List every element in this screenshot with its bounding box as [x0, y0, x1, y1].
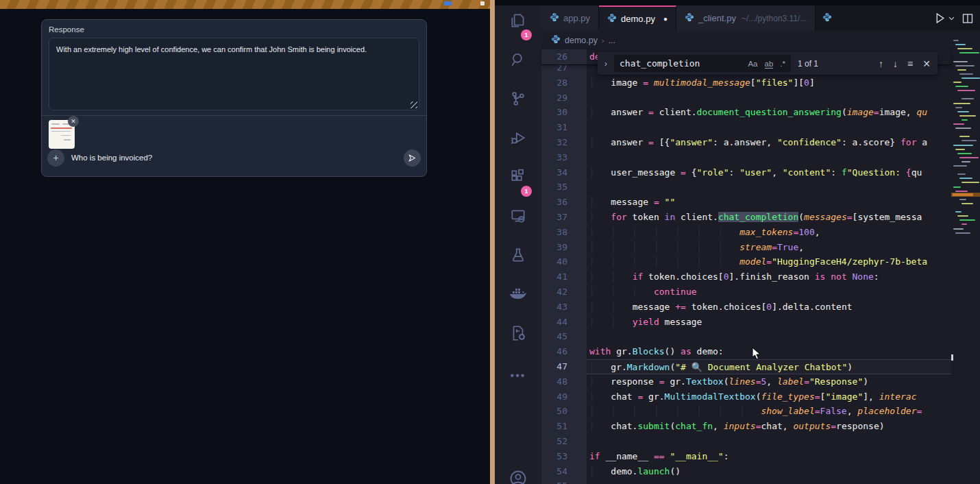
line-number-49[interactable]: 49 [547, 389, 567, 404]
line-number-40[interactable]: 40 [547, 254, 567, 269]
line-number-50[interactable]: 50 [547, 404, 567, 419]
close-find-button[interactable]: ✕ [920, 57, 933, 71]
code-line-55[interactable] [587, 479, 951, 484]
indent-guides: │ │ │ │ │ │ │ [589, 227, 739, 237]
run-debug-icon[interactable] [495, 129, 541, 156]
resize-handle-icon[interactable] [411, 101, 417, 108]
explorer-icon[interactable]: 1 [495, 12, 541, 39]
thumb-doc-line [64, 139, 71, 141]
code-line-42[interactable]: │ │ │ continue [587, 285, 951, 300]
tab-partial[interactable] [816, 5, 832, 31]
minimap-code-line [953, 40, 959, 41]
next-match-button[interactable]: ↓ [890, 57, 901, 71]
code-line-46[interactable]: with gr.Blocks() as demo: [587, 344, 951, 359]
find-query-text[interactable]: chat_completion [620, 58, 744, 69]
line-number-30[interactable]: 30 [547, 105, 567, 120]
line-number-47[interactable]: 47 [547, 359, 567, 374]
chat-input[interactable]: Who is being invoiced? [71, 154, 152, 162]
code-line-34[interactable]: │ user_message = {"role": "user", "conte… [587, 165, 951, 180]
source-control-icon[interactable] [495, 90, 541, 117]
add-attachment-button[interactable]: + [47, 149, 64, 167]
code-line-50[interactable]: │ │ │ │ │ │ │ │ show_label=False, placeh… [587, 404, 951, 419]
code-line-47[interactable]: │ gr.Markdown("# 🔍 Document Analyzer Cha… [587, 359, 951, 374]
code-line-39[interactable]: │ │ │ │ │ │ │ stream=True, [587, 240, 951, 255]
docker-icon[interactable] [495, 285, 541, 313]
code-line-43[interactable]: │ │ message += token.choices[0].delta.co… [587, 300, 951, 315]
line-number-32[interactable]: 32 [547, 135, 567, 150]
code-line-29[interactable] [587, 90, 951, 106]
find-collapse-toggle[interactable]: › [598, 52, 614, 75]
code-line-52[interactable] [587, 434, 951, 449]
code-line-40[interactable]: │ │ │ │ │ │ │ model="HuggingFaceH4/zephy… [587, 254, 951, 269]
line-number-39[interactable]: 39 [547, 240, 567, 255]
code-line-36[interactable]: │ message = "" [587, 195, 951, 210]
code-line-44[interactable]: │ │ yield message [587, 315, 951, 330]
code-line-41[interactable]: │ │ if token.choices[0].finish_reason is… [587, 269, 951, 285]
line-number-38[interactable]: 38 [547, 225, 567, 240]
code-line-54[interactable]: │ demo.launch() [587, 464, 951, 479]
more-views-icon[interactable]: ••• [495, 370, 541, 382]
code-line-32[interactable]: │ answer = [{"answer": a.answer, "confid… [587, 135, 951, 150]
line-number-51[interactable]: 51 [547, 419, 567, 434]
code-line-28[interactable]: │ image = multimodal_message["files"][0] [587, 75, 951, 90]
extensions-icon[interactable]: 1 [495, 168, 541, 195]
run-python-file-button[interactable] [934, 12, 955, 24]
code-line-33[interactable] [587, 150, 951, 165]
line-number-52[interactable]: 52 [547, 434, 567, 449]
code-line-53[interactable]: if __name__ == "__main__": [587, 449, 951, 464]
search-icon[interactable] [495, 51, 541, 78]
attachment-close-button[interactable]: ✕ [68, 116, 79, 127]
line-number-36[interactable]: 36 [547, 195, 567, 210]
line-number-48[interactable]: 48 [547, 374, 567, 389]
code-line-35[interactable] [587, 180, 951, 195]
line-number-33[interactable]: 33 [547, 150, 567, 165]
previous-match-button[interactable]: ↑ [876, 57, 886, 71]
split-editor-button[interactable] [962, 13, 973, 24]
minimap[interactable] [951, 31, 980, 484]
send-button[interactable] [404, 149, 421, 167]
attachment-thumbnail[interactable]: ✕ [49, 120, 75, 149]
code-line-51[interactable]: │ chat.submit(chat_fn, inputs=chat, outp… [587, 419, 951, 434]
tab--client-py[interactable]: _client.py~/.../python3.11/... [676, 5, 816, 31]
remote-explorer-icon[interactable] [495, 207, 541, 234]
regex-toggle[interactable]: .* [777, 58, 788, 69]
code-line-48[interactable]: │ response = gr.Textbox(lines=5, label="… [587, 374, 951, 389]
line-number-29[interactable]: 29 [547, 90, 567, 106]
line-number-34[interactable]: 34 [547, 165, 567, 180]
breadcrumb-file[interactable]: demo.py [565, 36, 598, 45]
tab-demo-py[interactable]: demo.py● [599, 5, 676, 31]
line-number-54[interactable]: 54 [547, 464, 567, 479]
code-line-45[interactable] [587, 329, 951, 344]
find-input[interactable]: chat_completion Aa ab .* [614, 55, 791, 72]
line-number-53[interactable]: 53 [547, 449, 567, 464]
line-number-41[interactable]: 41 [547, 269, 567, 285]
line-number-31[interactable]: 31 [547, 120, 567, 135]
code-line-38[interactable]: │ │ │ │ │ │ │ max_tokens=100, [587, 225, 951, 240]
modified-dot-icon: ● [663, 15, 667, 23]
line-number-gutter[interactable]: 2728293031323334353637383940414243444546… [541, 49, 587, 484]
code-line-31[interactable] [587, 120, 951, 135]
code-line-37[interactable]: │ for token in client.chat_completion(me… [587, 210, 951, 225]
code-line-49[interactable]: │ chat = gr.MultimodalTextbox(file_types… [587, 389, 951, 404]
line-number-35[interactable]: 35 [547, 180, 567, 195]
minimap-code-line [955, 107, 962, 108]
whole-word-toggle[interactable]: ab [762, 58, 776, 69]
line-number-45[interactable]: 45 [547, 329, 567, 344]
code-region[interactable]: │ image = multimodal_message["files"][0]… [587, 49, 951, 484]
line-number-37[interactable]: 37 [547, 210, 567, 225]
line-number-42[interactable]: 42 [547, 285, 567, 300]
testing-beaker-icon[interactable] [495, 246, 541, 274]
account-icon[interactable] [495, 469, 541, 484]
line-number-46[interactable]: 46 [547, 344, 567, 359]
breadcrumb-symbol[interactable]: ... [609, 36, 615, 45]
find-in-selection-button[interactable]: ≡ [905, 57, 916, 71]
code-line-30[interactable]: │ answer = client.document_question_answ… [587, 105, 951, 120]
file-gear-icon[interactable] [495, 324, 541, 352]
response-textarea[interactable]: With an extremely high level of confiden… [49, 38, 419, 110]
match-case-toggle[interactable]: Aa [745, 58, 760, 69]
line-number-28[interactable]: 28 [547, 75, 567, 90]
tab-app-py[interactable]: app.py [541, 5, 599, 31]
line-number-55[interactable]: 55 [547, 479, 567, 484]
line-number-43[interactable]: 43 [547, 300, 567, 315]
line-number-44[interactable]: 44 [547, 315, 567, 330]
